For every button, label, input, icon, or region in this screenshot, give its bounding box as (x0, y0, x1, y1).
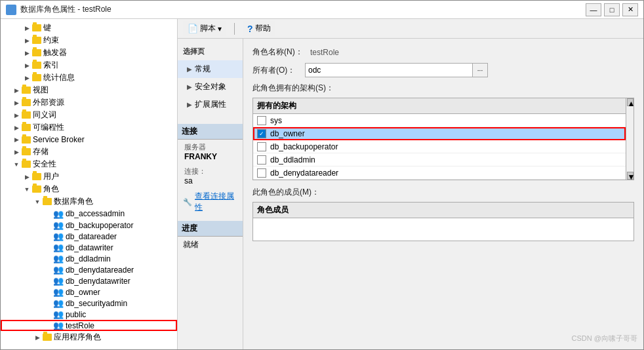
tree-item-view[interactable]: ▶ 视图 (1, 84, 177, 96)
tree-item-dbroles[interactable]: ▼ 数据库角色 (1, 195, 177, 208)
tree-label: 同义词 (33, 109, 56, 121)
schema-scrollbar[interactable]: ▲ ▼ (626, 98, 634, 180)
tree-item-roles[interactable]: ▼ 角色 (1, 183, 177, 195)
conn-item: 连接： sa (178, 164, 243, 188)
main-layout: ▶ 键 ▶ 约束 ▶ 触发器 ▶ 索引 (1, 19, 643, 349)
help-button[interactable]: ? 帮助 (243, 21, 275, 36)
members-table: 角色成员 (252, 202, 634, 241)
expand-icon: ▶ (22, 48, 32, 58)
folder-icon (22, 87, 31, 94)
schema-checkbox-sys[interactable] (257, 116, 266, 125)
tree-item-db-accessadmin[interactable]: 👥 db_accessadmin (1, 208, 177, 220)
folder-icon (32, 62, 41, 69)
tree-item-users[interactable]: ▶ 用户 (1, 170, 177, 183)
folder-icon (32, 185, 41, 193)
owner-input[interactable] (305, 63, 472, 77)
tree-item-synonym[interactable]: ▶ 同义词 (1, 109, 177, 121)
title-bar: 数据库角色属性 - testRole — □ ✕ (1, 1, 643, 19)
schema-row-db-backupoperator[interactable]: db_backupoperator (253, 140, 626, 153)
arrow-icon: ▶ (187, 66, 192, 73)
tree-label: db_datareader (66, 232, 117, 241)
tree-label: 安全性 (33, 159, 56, 170)
dialog-main-content: 角色名称(N)： testRole 所有者(O)： ··· 此 (243, 39, 643, 349)
maximize-button[interactable]: □ (604, 3, 620, 16)
tree-item-testRole[interactable]: 👥 testRole (1, 320, 177, 331)
role-icon: 👥 (53, 287, 64, 297)
conn-link-icon: 🔧 (183, 198, 192, 206)
scrollbar-down-arrow[interactable]: ▼ (627, 172, 634, 180)
sidebar-item-label: 扩展属性 (195, 99, 226, 110)
tree-item-tj[interactable]: ▶ 统计信息 (1, 71, 177, 84)
tree-item-ti[interactable]: ▶ 键 (1, 22, 177, 34)
expand-icon: ▶ (11, 134, 22, 145)
minimize-button[interactable]: — (586, 3, 601, 16)
schema-section-header: 此角色拥有的架构(S)： (252, 83, 634, 94)
tree-label: 可编程性 (33, 122, 64, 133)
dialog-toolbar: 📄 脚本 ▾ ? 帮助 (178, 19, 643, 39)
schema-row-db-ddladmin[interactable]: db_ddladmin (253, 153, 626, 166)
tree-item-yj[interactable]: ▶ 约束 (1, 34, 177, 47)
members-table-header: 角色成员 (253, 203, 634, 218)
help-icon: ? (247, 24, 253, 34)
tree-item-db-denydatareader[interactable]: 👥 db_denydatareader (1, 264, 177, 275)
expand-icon: ▶ (11, 123, 22, 133)
tree-item-db-ddladmin[interactable]: 👥 db_ddladmin (1, 253, 177, 264)
schema-row-db-owner[interactable]: db_owner (253, 127, 626, 140)
expand-spacer (43, 208, 53, 219)
connection-section-title: 连接 (178, 124, 243, 140)
tree-item-db-datawriter[interactable]: 👥 db_datawriter (1, 242, 177, 253)
schema-checkbox-db-ddladmin[interactable] (257, 155, 266, 165)
tree-item-db-owner[interactable]: 👥 db_owner (1, 286, 177, 298)
folder-icon (32, 74, 41, 81)
arrow-icon: ▶ (187, 83, 192, 90)
expand-icon-dbroles: ▼ (32, 197, 43, 207)
tree-item-storage[interactable]: ▶ 存储 (1, 146, 177, 158)
sidebar-item-security[interactable]: ▶ 安全对象 (178, 78, 243, 96)
tree-item-db-backupoperator[interactable]: 👥 db_backupoperator (1, 220, 177, 231)
view-conn-link[interactable]: 查看连接属性 (195, 191, 237, 213)
view-conn-row: 🔧 查看连接属性 (178, 188, 243, 216)
schema-checkbox-db-owner[interactable] (257, 129, 266, 138)
owner-browse-button[interactable]: ··· (472, 63, 488, 77)
progress-section-title: 进度 (178, 221, 243, 237)
sidebar-item-general[interactable]: ▶ 常规 (178, 60, 243, 78)
tree-item-approles[interactable]: ▶ 应用程序角色 (1, 331, 177, 343)
close-button[interactable]: ✕ (622, 3, 638, 16)
sidebar-item-extended[interactable]: ▶ 扩展属性 (178, 96, 243, 113)
tree-item-security[interactable]: ▼ 安全性 (1, 158, 177, 170)
tree-label: 统计信息 (43, 72, 75, 83)
schema-row-sys[interactable]: sys (253, 114, 626, 127)
tree-label: 外部资源 (33, 97, 64, 108)
tree-item-public[interactable]: 👥 public (1, 309, 177, 320)
tree-item-sy[interactable]: ▶ 索引 (1, 59, 177, 71)
scrollbar-up-arrow[interactable]: ▲ (627, 98, 634, 106)
tree-label: public (66, 310, 86, 319)
watermark: CSDN @向嗉子哥哥 (572, 334, 637, 343)
folder-icon (22, 124, 31, 131)
folder-icon (22, 148, 31, 155)
tree-label: db_owner (66, 288, 100, 297)
role-icon: 👥 (53, 220, 64, 230)
tree-item-service-broker[interactable]: ▶ Service Broker (1, 134, 177, 146)
expand-icon: ▶ (11, 85, 22, 96)
tree-item-external[interactable]: ▶ 外部资源 (1, 96, 177, 109)
main-window: 数据库角色属性 - testRole — □ ✕ ▶ 键 ▶ 约束 (0, 0, 644, 350)
tree-item-db-datareader[interactable]: 👥 db_datareader (1, 231, 177, 242)
tree-label: db_denydatareader (66, 265, 134, 275)
dropdown-arrow-icon: ▾ (218, 24, 222, 33)
tree-label: 触发器 (43, 47, 67, 58)
tree-item-db-denydatawriter[interactable]: 👥 db_denydatawriter (1, 275, 177, 286)
schema-row-db-denydatareader[interactable]: db_denydatareader (253, 166, 626, 180)
window-icon (6, 5, 16, 15)
schema-table-header: 拥有的架构 (253, 98, 626, 114)
tree-item-programmable[interactable]: ▶ 可编程性 (1, 121, 177, 134)
tree-item-db-securityadmin[interactable]: 👥 db_securityadmin (1, 298, 177, 309)
tree-label: db_denydatawriter (66, 277, 131, 286)
schema-checkbox-db-backupoperator[interactable] (257, 142, 266, 151)
tree-label: 约束 (43, 35, 59, 46)
script-button[interactable]: 📄 脚本 ▾ (183, 21, 226, 36)
schema-name-db-denydatareader: db_denydatareader (270, 168, 338, 178)
schema-checkbox-db-denydatareader[interactable] (257, 168, 266, 178)
owner-label: 所有者(O)： (252, 65, 305, 76)
tree-item-cq[interactable]: ▶ 触发器 (1, 47, 177, 59)
